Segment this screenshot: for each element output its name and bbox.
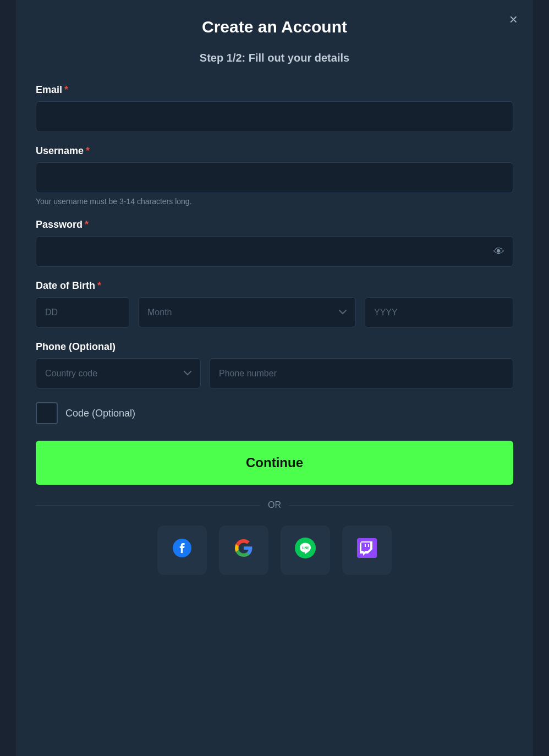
email-label: Email* (36, 84, 513, 96)
username-input[interactable] (36, 162, 513, 193)
toggle-password-icon[interactable]: 👁 (493, 245, 504, 258)
facebook-login-button[interactable] (157, 525, 207, 575)
line-icon (295, 538, 316, 563)
continue-button[interactable]: Continue (36, 441, 513, 485)
svg-rect-4 (365, 544, 366, 547)
password-required: * (85, 219, 89, 230)
password-input[interactable] (36, 236, 513, 267)
country-code-select[interactable]: Country code +1 (US) +44 (UK) +81 (JP) +… (36, 358, 201, 388)
dob-day-input[interactable] (36, 297, 129, 328)
phone-number-input[interactable] (210, 358, 513, 389)
username-required: * (86, 145, 90, 156)
dob-day-wrapper (36, 297, 129, 328)
or-line-left (36, 505, 260, 506)
google-icon (234, 539, 253, 562)
code-label: Code (Optional) (65, 408, 135, 419)
or-divider: OR (36, 500, 513, 510)
dob-year-wrapper (365, 297, 513, 328)
email-required: * (64, 84, 68, 95)
phone-label: Phone (Optional) (36, 341, 513, 353)
dob-row: Month January February March April May J… (36, 297, 513, 328)
username-hint: Your username must be 3-14 characters lo… (36, 197, 513, 206)
username-group: Username* Your username must be 3-14 cha… (36, 145, 513, 206)
phone-row: Country code +1 (US) +44 (UK) +81 (JP) +… (36, 358, 513, 389)
dob-label: Date of Birth* (36, 280, 513, 292)
google-login-button[interactable] (219, 525, 268, 575)
phone-number-wrapper (210, 358, 513, 389)
phone-country-wrapper: Country code +1 (US) +44 (UK) +81 (JP) +… (36, 358, 201, 389)
or-text: OR (268, 500, 281, 510)
email-input[interactable] (36, 101, 513, 132)
twitch-icon (357, 538, 377, 562)
email-group: Email* (36, 84, 513, 132)
facebook-icon (173, 539, 191, 562)
password-label: Password* (36, 219, 513, 231)
dob-month-select[interactable]: Month January February March April May J… (138, 297, 356, 327)
line-login-button[interactable] (281, 525, 330, 575)
create-account-modal: × Create an Account Step 1/2: Fill out y… (16, 0, 533, 756)
password-group: Password* 👁 (36, 219, 513, 267)
username-label: Username* (36, 145, 513, 157)
dob-required: * (97, 280, 101, 291)
password-wrapper: 👁 (36, 236, 513, 267)
code-row: Code (Optional) (36, 402, 513, 424)
phone-group: Phone (Optional) Country code +1 (US) +4… (36, 341, 513, 389)
dob-group: Date of Birth* Month January February Ma… (36, 280, 513, 328)
twitch-login-button[interactable] (342, 525, 392, 575)
dob-year-input[interactable] (365, 297, 513, 328)
social-login-row (36, 525, 513, 575)
step-label: Step 1/2: Fill out your details (36, 52, 513, 64)
dob-month-wrapper: Month January February March April May J… (138, 297, 356, 328)
or-line-right (289, 505, 513, 506)
modal-title: Create an Account (36, 18, 513, 36)
close-button[interactable]: × (509, 12, 518, 26)
svg-rect-3 (368, 544, 369, 547)
code-checkbox[interactable] (36, 402, 58, 424)
